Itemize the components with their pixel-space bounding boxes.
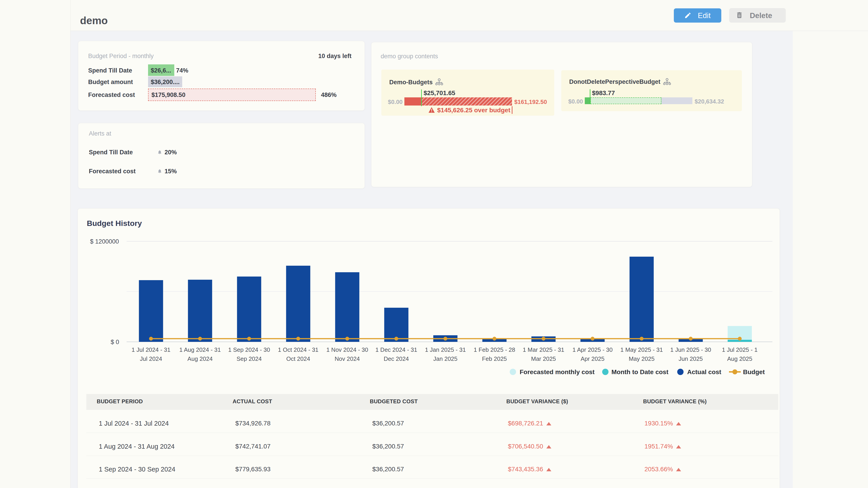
svg-text:1 Feb 2025 - 28: 1 Feb 2025 - 28	[474, 346, 515, 353]
svg-text:1 Jul 2025 - 1: 1 Jul 2025 - 1	[722, 346, 758, 353]
svg-text:Jun 2025: Jun 2025	[679, 355, 703, 362]
svg-text:Jul 2024: Jul 2024	[140, 355, 162, 362]
svg-text:1 Jul 2024 - 31: 1 Jul 2024 - 31	[131, 346, 170, 353]
svg-text:1 Jun 2025 - 30: 1 Jun 2025 - 30	[670, 346, 711, 353]
svg-text:Budget: Budget	[743, 368, 765, 376]
svg-text:Sep 2024: Sep 2024	[237, 355, 261, 362]
svg-text:$ 0: $ 0	[111, 339, 119, 346]
svg-text:1 Apr 2025 - 30: 1 Apr 2025 - 30	[572, 346, 613, 353]
svg-text:Forecasted monthly cost: Forecasted monthly cost	[520, 368, 594, 376]
svg-text:Oct 2024: Oct 2024	[286, 355, 310, 362]
svg-text:Actual cost: Actual cost	[687, 368, 721, 376]
svg-text:1 Jan 2025 - 31: 1 Jan 2025 - 31	[425, 346, 466, 353]
svg-text:Feb 2025: Feb 2025	[482, 355, 507, 362]
svg-text:Nov 2024: Nov 2024	[335, 355, 360, 362]
svg-text:1 Oct 2024 - 31: 1 Oct 2024 - 31	[278, 346, 318, 353]
svg-text:$ 1200000: $ 1200000	[90, 238, 119, 245]
svg-text:Jan 2025: Jan 2025	[433, 355, 458, 362]
svg-text:May 2025: May 2025	[629, 355, 654, 362]
svg-text:1 Dec 2024 - 31: 1 Dec 2024 - 31	[375, 346, 417, 353]
svg-text:1 May 2025 - 31: 1 May 2025 - 31	[620, 346, 663, 353]
svg-text:1 Sep 2024 - 30: 1 Sep 2024 - 30	[228, 346, 270, 353]
svg-text:1 Nov 2024 - 30: 1 Nov 2024 - 30	[327, 346, 368, 353]
svg-text:1 Mar 2025 - 31: 1 Mar 2025 - 31	[523, 346, 564, 353]
svg-text:1 Aug 2024 - 31: 1 Aug 2024 - 31	[179, 346, 221, 353]
svg-text:Month to Date cost: Month to Date cost	[612, 368, 669, 376]
svg-text:Mar 2025: Mar 2025	[531, 355, 556, 362]
svg-text:Dec 2024: Dec 2024	[384, 355, 409, 362]
svg-text:Aug 2024: Aug 2024	[187, 355, 213, 362]
svg-text:Apr 2025: Apr 2025	[581, 355, 604, 362]
svg-text:Aug 2025: Aug 2025	[727, 355, 752, 362]
